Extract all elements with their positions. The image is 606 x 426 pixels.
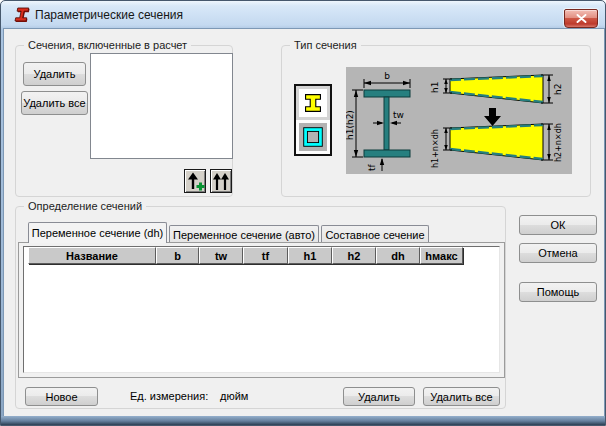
delete-all-rows-button[interactable]: Удалить все — [423, 387, 500, 406]
ok-button[interactable]: ОК — [519, 215, 597, 235]
dim-label-h1: h1 — [430, 82, 440, 93]
tab-composite-section[interactable]: Составное сечение — [321, 225, 429, 243]
type-ibeam-button[interactable] — [296, 86, 330, 120]
dialog-client-area: Сечения, включенные в расчет Удалить Уда… — [4, 29, 604, 418]
section-type-selector — [294, 84, 332, 156]
dim-label-h1n: h1+n×dh — [431, 129, 440, 168]
column-header-name[interactable]: Название — [28, 247, 156, 264]
window-title: Параметрические сечения — [35, 8, 183, 22]
dialog-window: Параметрические сечения Сечения, включен… — [0, 0, 606, 426]
tab-variable-section-auto[interactable]: Переменное сечение (авто) — [169, 225, 319, 243]
column-header-tf[interactable]: tf — [243, 247, 288, 264]
group-sections-in-calc: Сечения, включенные в расчет Удалить Уда… — [15, 45, 233, 197]
box-section-icon — [300, 124, 326, 150]
column-header-tw[interactable]: tw — [199, 247, 243, 264]
sections-listbox[interactable] — [90, 53, 233, 159]
column-header-h2[interactable]: h2 — [332, 247, 376, 264]
arrow-down-icon — [484, 108, 501, 126]
arrow-up-plus-icon — [185, 170, 205, 192]
units-label: Ед. измерения: — [130, 390, 208, 402]
delete-section-button[interactable]: Удалить — [23, 62, 86, 86]
close-button[interactable] — [564, 9, 598, 28]
dim-label-h1h2: h1(h2) — [346, 110, 355, 140]
group-section-type-title: Тип сечения — [290, 38, 361, 52]
dim-label-tf: tf — [367, 163, 377, 171]
group-section-definition-title: Определение сечений — [24, 199, 146, 213]
group-sections-title: Сечения, включенные в расчет — [24, 38, 191, 52]
units-value: дюйм — [220, 390, 248, 402]
section-diagram: b h1(h2) tw tf — [346, 67, 572, 174]
titlebar: Параметрические сечения — [1, 1, 605, 29]
column-header-dh[interactable]: dh — [376, 247, 420, 264]
tab-variable-section-dh[interactable]: Переменное сечение (dh) — [28, 222, 167, 243]
close-icon — [576, 14, 587, 23]
type-box-button[interactable] — [296, 120, 330, 154]
add-all-sections-button[interactable] — [210, 169, 232, 193]
dim-label-h2: h2 — [553, 84, 563, 95]
delete-row-button[interactable]: Удалить — [343, 387, 415, 406]
add-section-button[interactable] — [184, 169, 206, 193]
help-button[interactable]: Помощь — [519, 282, 597, 302]
new-button[interactable]: Новое — [25, 387, 98, 406]
column-header-b[interactable]: b — [156, 247, 199, 264]
column-header-h1[interactable]: h1 — [288, 247, 332, 264]
dim-label-h2n: h2+n×dh — [554, 123, 563, 162]
group-section-definition: Определение сечений Переменное сечение (… — [15, 206, 506, 409]
dim-label-b: b — [384, 71, 390, 81]
ibeam-app-icon — [11, 7, 30, 24]
group-section-type: Тип сечения — [281, 45, 591, 197]
sections-table[interactable]: Название b tw tf h1 h2 dh hмакс — [23, 246, 500, 373]
table-header-row: Название b tw tf h1 h2 dh hмакс — [28, 247, 463, 264]
dim-label-tw: tw — [393, 110, 404, 120]
column-header-hmax[interactable]: hмакс — [420, 247, 463, 264]
window-frame-bottom — [1, 416, 605, 425]
cancel-button[interactable]: Отмена — [519, 243, 597, 263]
tab-panel: Название b tw tf h1 h2 dh hмакс — [18, 242, 505, 378]
double-arrow-up-icon — [211, 170, 231, 192]
ibeam-section-icon — [300, 90, 326, 116]
delete-all-sections-button[interactable]: Удалить все — [21, 91, 88, 115]
